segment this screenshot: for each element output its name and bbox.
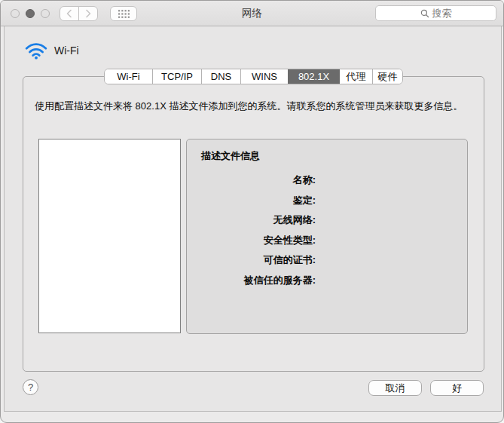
back-button[interactable] xyxy=(60,6,79,21)
chevron-right-icon xyxy=(84,8,92,19)
tab-wins[interactable]: WINS xyxy=(240,69,288,84)
tab-proxies[interactable]: 代理 xyxy=(339,69,372,84)
field-label-security-type: 安全性类型: xyxy=(187,231,316,251)
nav-buttons xyxy=(60,6,98,21)
grid-dots-icon xyxy=(118,9,130,19)
search-placeholder: 搜索 xyxy=(432,7,452,20)
titlebar: 网络 搜索 xyxy=(1,1,503,26)
close-button[interactable] xyxy=(11,9,20,18)
tab-wifi[interactable]: Wi-Fi xyxy=(105,69,152,84)
tab-tcpip[interactable]: TCP/IP xyxy=(152,69,201,84)
tab-8021x[interactable]: 802.1X xyxy=(288,69,339,84)
field-label-authentication: 鉴定: xyxy=(187,191,316,211)
tab-hardware[interactable]: 硬件 xyxy=(372,69,402,84)
minimize-button[interactable] xyxy=(26,9,35,18)
traffic-lights xyxy=(11,9,50,18)
tab-dns[interactable]: DNS xyxy=(201,69,240,84)
forward-button[interactable] xyxy=(78,6,98,21)
field-label-wireless-network: 无线网络: xyxy=(187,210,316,231)
wifi-icon xyxy=(25,41,47,60)
field-label-trusted-certificates: 可信的证书: xyxy=(187,250,316,271)
profile-info-title: 描述文件信息 xyxy=(201,149,260,163)
connection-row: Wi-Fi xyxy=(25,41,79,60)
chevron-left-icon xyxy=(66,8,73,19)
profile-list[interactable] xyxy=(38,139,181,333)
profile-info-fields: 名称: 鉴定: 无线网络: 安全性类型: 可信的证书: 被信任的服务器: xyxy=(187,170,316,290)
tab-bar: Wi-Fi TCP/IP DNS WINS 802.1X 代理 硬件 xyxy=(104,69,403,84)
profile-info-panel: 描述文件信息 名称: 鉴定: 无线网络: 安全性类型: 可信的证书: 被信任的服… xyxy=(186,139,468,334)
field-label-trusted-servers: 被信任的服务器: xyxy=(187,271,316,291)
zoom-button[interactable] xyxy=(41,9,50,18)
wifi-advanced-sheet: Wi-Fi 使用配置描述文件来将 802.1X 描述文件添加到您的系统。请联系您… xyxy=(4,26,502,412)
search-icon xyxy=(420,9,429,18)
help-button[interactable]: ? xyxy=(23,379,38,395)
cancel-button[interactable]: 取消 xyxy=(368,380,422,396)
show-all-button[interactable] xyxy=(110,6,137,21)
network-preferences-window: 网络 搜索 Wi-Fi 使用配置描述文件来将 802.1X 描述文件添加到您的系… xyxy=(0,0,504,423)
field-label-name: 名称: xyxy=(187,170,316,191)
ok-button[interactable]: 好 xyxy=(430,380,484,396)
connection-name: Wi-Fi xyxy=(54,44,79,57)
search-input[interactable]: 搜索 xyxy=(375,5,496,21)
description-text: 使用配置描述文件来将 802.1X 描述文件添加到您的系统。请联系您的系统管理员… xyxy=(35,99,476,114)
